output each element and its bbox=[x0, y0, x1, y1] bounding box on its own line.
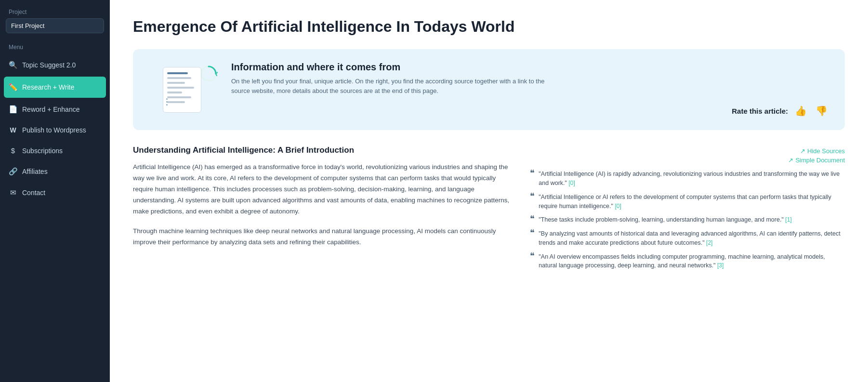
quote-mark-icon: ❝ bbox=[530, 192, 535, 200]
document-icon: 📄 bbox=[9, 105, 17, 114]
dot-1 bbox=[166, 98, 168, 100]
mail-icon: ✉ bbox=[9, 188, 17, 197]
external-link-icon: ↗ bbox=[788, 157, 793, 164]
banner-illustration bbox=[148, 61, 216, 119]
doc-line-2 bbox=[167, 77, 191, 79]
sidebar: Project First Project Menu 🔍 Topic Sugge… bbox=[0, 0, 110, 382]
spinner-icon bbox=[199, 65, 218, 83]
article-paragraph-2: Through machine learning techniques like… bbox=[133, 226, 511, 248]
doc-icon bbox=[163, 67, 201, 113]
rate-label: Rate this article: bbox=[732, 107, 788, 115]
source-text: "An AI overview encompasses fields inclu… bbox=[539, 252, 845, 271]
sidebar-item-contact[interactable]: ✉ Contact bbox=[0, 182, 110, 203]
action-links: ↗ Hide Sources ↗ Simple Document bbox=[530, 147, 845, 164]
info-banner: Information and where it comes from On t… bbox=[133, 49, 845, 130]
sidebar-item-research-write[interactable]: ✏️ Research + Write bbox=[4, 77, 106, 98]
doc-line-7 bbox=[167, 101, 185, 103]
sidebar-item-reword-enhance[interactable]: 📄 Reword + Enhance bbox=[0, 99, 110, 120]
hide-sources-link[interactable]: ↗ Hide Sources bbox=[800, 147, 845, 155]
quote-mark-icon: ❝ bbox=[530, 169, 535, 177]
sidebar-item-affiliates[interactable]: 🔗 Affiliates bbox=[0, 161, 110, 182]
dot-3 bbox=[166, 104, 168, 105]
sidebar-item-label: Contact bbox=[22, 189, 45, 197]
thumbs-down-button[interactable]: 👎 bbox=[814, 104, 829, 118]
doc-line-1 bbox=[167, 72, 188, 74]
thumbs-up-button[interactable]: 👍 bbox=[793, 104, 809, 118]
source-text: "These tasks include problem-solving, le… bbox=[539, 215, 791, 224]
source-ref-link[interactable]: [0] bbox=[568, 180, 575, 186]
content-area: Understanding Artificial Intelligence: A… bbox=[133, 145, 845, 275]
source-quote-0: ❝ "Artificial Intelligence (AI) is rapid… bbox=[530, 170, 845, 188]
main-content: Emergence Of Artificial Intelligence In … bbox=[110, 0, 868, 382]
source-ref-link[interactable]: [1] bbox=[785, 216, 791, 223]
source-quote-4: ❝ "An AI overview encompasses fields inc… bbox=[530, 252, 845, 271]
wordpress-icon: W bbox=[9, 126, 17, 134]
sidebar-item-topic-suggest[interactable]: 🔍 Topic Suggest 2.0 bbox=[0, 54, 110, 76]
dot-2 bbox=[166, 101, 168, 103]
rate-section: Rate this article: 👍 👎 bbox=[231, 104, 829, 118]
quote-mark-icon: ❝ bbox=[530, 214, 535, 223]
search-icon: 🔍 bbox=[9, 61, 17, 69]
link-icon: 🔗 bbox=[9, 167, 17, 176]
banner-title: Information and where it comes from bbox=[231, 62, 829, 73]
edit-icon: ✏️ bbox=[9, 83, 17, 92]
source-quote-3: ❝ "By analyzing vast amounts of historic… bbox=[530, 229, 845, 248]
source-quote-2: ❝ "These tasks include problem-solving, … bbox=[530, 215, 845, 224]
quote-mark-icon: ❝ bbox=[530, 251, 535, 260]
sidebar-item-publish-wordpress[interactable]: W Publish to Wordpress bbox=[0, 120, 110, 140]
doc-line-3 bbox=[167, 82, 185, 84]
doc-line-5 bbox=[167, 92, 182, 93]
source-text: "By analyzing vast amounts of historical… bbox=[539, 229, 845, 248]
doc-line-6 bbox=[167, 96, 191, 98]
doc-line-4 bbox=[167, 87, 194, 89]
sidebar-item-label: Subscriptions bbox=[22, 147, 63, 155]
section-title: Understanding Artificial Intelligence: A… bbox=[133, 145, 511, 155]
source-quote-1: ❝ "Artificial Intelligence or AI refers … bbox=[530, 193, 845, 211]
sidebar-item-subscriptions[interactable]: $ Subscriptions bbox=[0, 140, 110, 161]
source-text: "Artificial Intelligence or AI refers to… bbox=[539, 193, 845, 211]
banner-text: Information and where it comes from On t… bbox=[231, 62, 829, 118]
sidebar-item-label: Topic Suggest 2.0 bbox=[22, 61, 76, 69]
sidebar-item-label: Research + Write bbox=[22, 83, 74, 91]
source-ref-link[interactable]: [0] bbox=[615, 203, 621, 210]
page-title: Emergence Of Artificial Intelligence In … bbox=[133, 17, 845, 36]
sidebar-item-label: Publish to Wordpress bbox=[22, 126, 86, 134]
simple-document-link[interactable]: ↗ Simple Document bbox=[788, 157, 845, 164]
dollar-icon: $ bbox=[9, 146, 17, 155]
source-text: "Artificial Intelligence (AI) is rapidly… bbox=[539, 170, 845, 188]
article-sources: ↗ Hide Sources ↗ Simple Document ❝ "Arti… bbox=[530, 145, 845, 275]
article-main: Understanding Artificial Intelligence: A… bbox=[133, 145, 511, 275]
quote-mark-icon: ❝ bbox=[530, 228, 535, 237]
doc-dots bbox=[166, 98, 168, 105]
article-paragraph-1: Artificial Intelligence (AI) has emerged… bbox=[133, 162, 511, 217]
banner-description: On the left you find your final, unique … bbox=[231, 77, 559, 95]
source-quotes-list: ❝ "Artificial Intelligence (AI) is rapid… bbox=[530, 170, 845, 270]
project-select[interactable]: First Project bbox=[6, 18, 104, 33]
sidebar-item-label: Reword + Enhance bbox=[22, 105, 79, 113]
sidebar-item-label: Affiliates bbox=[22, 168, 48, 175]
menu-label: Menu bbox=[0, 41, 110, 54]
arrow-icon: ↗ bbox=[800, 147, 805, 155]
project-label: Project bbox=[0, 0, 110, 18]
source-ref-link[interactable]: [3] bbox=[717, 262, 723, 269]
source-ref-link[interactable]: [2] bbox=[706, 239, 712, 246]
